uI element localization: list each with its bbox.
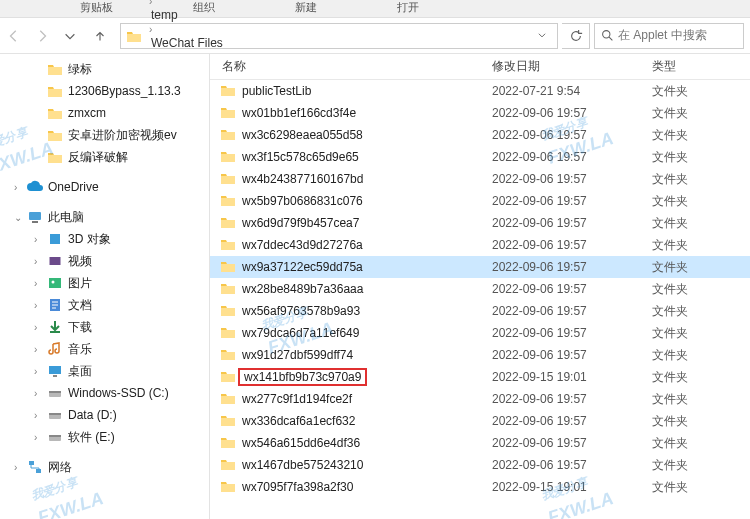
breadcrumb-segment[interactable]: temp [147,8,227,22]
file-name: wx79dca6d7a11ef649 [242,326,359,340]
sidebar-item[interactable]: zmxcm [0,102,209,124]
drive-icon [46,428,64,446]
file-name: wx9a37122ec59dd75a [242,260,363,274]
table-row[interactable]: wx9a37122ec59dd75a2022-09-06 19:57文件夹 [210,256,750,278]
sidebar-network[interactable]: › 网络 [0,456,209,478]
file-type: 文件夹 [640,237,750,254]
file-date: 2022-09-06 19:57 [480,326,640,340]
nav-up-button[interactable] [86,22,114,50]
table-row[interactable]: publicTestLib2022-07-21 9:54文件夹 [210,80,750,102]
file-type: 文件夹 [640,149,750,166]
table-row[interactable]: wx1467dbe5752432102022-09-06 19:57文件夹 [210,454,750,476]
table-row[interactable]: wx336dcaf6a1ecf6322022-09-06 19:57文件夹 [210,410,750,432]
svg-rect-8 [49,366,61,374]
file-date: 2022-09-15 19:01 [480,480,640,494]
file-type: 文件夹 [640,369,750,386]
file-list: 名称 修改日期 类型 publicTestLib2022-07-21 9:54文… [210,54,750,519]
file-type: 文件夹 [640,259,750,276]
table-row[interactable]: wx56af9763578b9a932022-09-06 19:57文件夹 [210,300,750,322]
nav-forward-button[interactable] [28,22,56,50]
chevron-right-icon[interactable]: › [147,24,154,35]
file-date: 2022-09-06 19:57 [480,128,640,142]
file-type: 文件夹 [640,83,750,100]
desk-icon [46,362,64,380]
table-row[interactable]: wx91d27dbf599dff742022-09-06 19:57文件夹 [210,344,750,366]
folder-icon [220,457,236,474]
file-name: wx3f15c578c65d9e65 [242,150,359,164]
table-row[interactable]: wx3c6298eaea055d582022-09-06 19:57文件夹 [210,124,750,146]
sidebar-onedrive[interactable]: › OneDrive [0,176,209,198]
column-type[interactable]: 类型 [640,58,750,75]
folder-icon [220,171,236,188]
file-date: 2022-09-06 19:57 [480,216,640,230]
search-input[interactable]: 在 Applet 中搜索 [594,23,744,49]
file-name: wx91d27dbf599dff74 [242,348,353,362]
file-date: 2022-09-06 19:57 [480,282,640,296]
folder-icon [46,126,64,144]
file-name: wx336dcaf6a1ecf632 [242,414,355,428]
sidebar-item[interactable]: 反编译破解 [0,146,209,168]
folder-icon [220,83,236,100]
column-date[interactable]: 修改日期 [480,58,640,75]
table-row[interactable]: wx01bb1ef166cd3f4e2022-09-06 19:57文件夹 [210,102,750,124]
sidebar-item[interactable]: ›Windows-SSD (C:) [0,382,209,404]
sidebar-item[interactable]: ›3D 对象 [0,228,209,250]
column-name[interactable]: 名称 [210,58,480,75]
file-type: 文件夹 [640,281,750,298]
table-row[interactable]: wx141bfb9b73c970a92022-09-15 19:01文件夹 [210,366,750,388]
table-row[interactable]: wx5b97b0686831c0762022-09-06 19:57文件夹 [210,190,750,212]
table-row[interactable]: wx7095f7fa398a2f302022-09-15 19:01文件夹 [210,476,750,498]
table-row[interactable]: wx79dca6d7a11ef6492022-09-06 19:57文件夹 [210,322,750,344]
refresh-button[interactable] [562,23,590,49]
table-row[interactable]: wx28be8489b7a36aaa2022-09-06 19:57文件夹 [210,278,750,300]
table-row[interactable]: wx546a615dd6e4df362022-09-06 19:57文件夹 [210,432,750,454]
svg-rect-16 [29,461,34,465]
sidebar-item[interactable]: ›下载 [0,316,209,338]
folder-icon [220,369,236,386]
folder-icon [220,105,236,122]
table-row[interactable]: wx3f15c578c65d9e652022-09-06 19:57文件夹 [210,146,750,168]
folder-icon [46,82,64,100]
nav-back-button[interactable] [0,22,28,50]
sidebar-item[interactable]: 安卓进阶加密视频ev [0,124,209,146]
file-name: wx01bb1ef166cd3f4e [242,106,356,120]
file-date: 2022-09-06 19:57 [480,392,640,406]
column-headers[interactable]: 名称 修改日期 类型 [210,54,750,80]
folder-icon [220,237,236,254]
sidebar-item[interactable]: ›文档 [0,294,209,316]
chevron-right-icon[interactable]: › [147,0,154,7]
computer-icon [26,208,44,226]
toolbar: WeChat›temp›WeChat Files›Applet› 在 Apple… [0,18,750,54]
drive-icon [46,406,64,424]
3d-icon [46,230,64,248]
chevron-down-icon[interactable] [531,29,553,43]
svg-point-0 [603,31,610,38]
svg-rect-13 [49,413,61,415]
sidebar-item[interactable]: ›图片 [0,272,209,294]
sidebar-item[interactable]: ›Data (D:) [0,404,209,426]
file-type: 文件夹 [640,127,750,144]
sidebar-item[interactable]: ›桌面 [0,360,209,382]
folder-icon [125,27,143,45]
file-date: 2022-07-21 9:54 [480,84,640,98]
file-date: 2022-09-06 19:57 [480,260,640,274]
table-row[interactable]: wx7ddec43d9d27276a2022-09-06 19:57文件夹 [210,234,750,256]
table-row[interactable]: wx4b243877160167bd2022-09-06 19:57文件夹 [210,168,750,190]
sidebar-item[interactable]: 绿标 [0,58,209,80]
folder-icon [220,391,236,408]
file-name: wx7095f7fa398a2f30 [242,480,353,494]
sidebar-item[interactable]: ›软件 (E:) [0,426,209,448]
table-row[interactable]: wx277c9f1d194fce2f2022-09-06 19:57文件夹 [210,388,750,410]
sidebar-thispc[interactable]: ⌄ 此电脑 [0,206,209,228]
address-bar[interactable]: WeChat›temp›WeChat Files›Applet› [120,23,558,49]
svg-rect-5 [49,278,61,288]
sidebar-item[interactable]: 12306Bypass_1.13.3 [0,80,209,102]
recent-locations-button[interactable] [56,22,84,50]
sidebar-item[interactable]: ›音乐 [0,338,209,360]
table-row[interactable]: wx6d9d79f9b457cea72022-09-06 19:57文件夹 [210,212,750,234]
svg-rect-4 [49,257,61,265]
folder-icon [220,149,236,166]
sidebar-item[interactable]: ›视频 [0,250,209,272]
breadcrumb-segment[interactable]: WeChat Files [147,36,227,50]
file-name: wx3c6298eaea055d58 [242,128,363,142]
